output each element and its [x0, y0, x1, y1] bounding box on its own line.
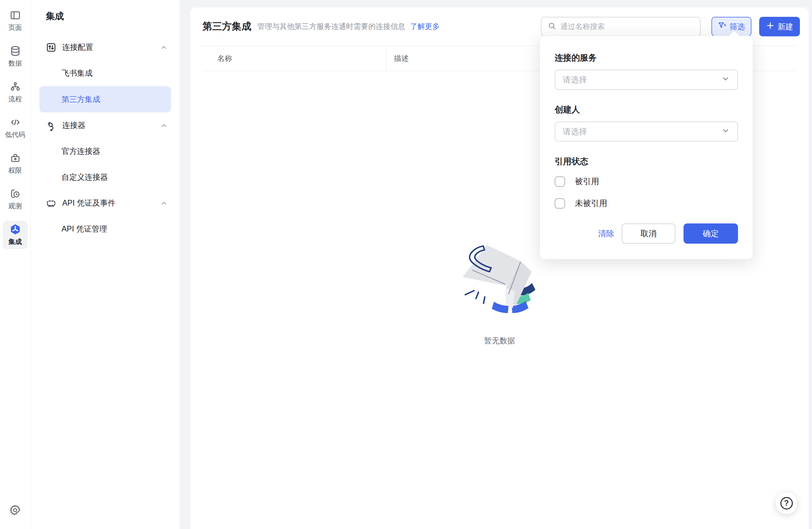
left-icon-rail: 页面 数据 流程 低代码 权限 — [0, 0, 31, 529]
sidebar-title: 集成 — [46, 10, 179, 22]
connector-plug-icon — [46, 120, 57, 131]
create-button-label: 新建 — [778, 22, 793, 32]
help-button[interactable]: ? — [775, 492, 798, 514]
sidebar-item-label: 自定义连接器 — [61, 172, 108, 182]
search-box — [541, 17, 701, 36]
integration-cube-icon — [10, 224, 21, 235]
creator-select[interactable]: 请选择 — [555, 121, 738, 142]
connection-config-icon — [46, 42, 57, 53]
sidebar-group-label: 连接配置 — [62, 42, 93, 53]
main-area: 第三方集成 管理与其他第三方服务连通时需要的连接信息 了解更多 筛选 — [179, 0, 812, 529]
chevron-up-icon[interactable] — [160, 200, 168, 207]
sidebar-item-label: API 凭证管理 — [61, 224, 107, 234]
rail-item-integration[interactable]: 集成 — [3, 221, 28, 249]
rail-item-permission[interactable]: 权限 — [3, 149, 28, 178]
popover-footer: 清除 取消 确定 — [555, 224, 738, 244]
create-button[interactable]: 新建 — [759, 17, 800, 36]
chevron-up-icon[interactable] — [160, 122, 168, 129]
learn-more-link[interactable]: 了解更多 — [410, 22, 440, 32]
observe-icon — [10, 188, 21, 199]
filter-status-label: 引用状态 — [555, 156, 738, 167]
app-root: 页面 数据 流程 低代码 权限 — [0, 0, 812, 529]
rail-item-label: 集成 — [9, 237, 22, 246]
question-icon: ? — [780, 497, 793, 510]
filter-button-label: 筛选 — [729, 22, 745, 32]
checkbox-label: 被引用 — [575, 176, 599, 187]
plus-icon — [766, 21, 775, 32]
empty-box-illustration — [459, 241, 541, 320]
sidebar-item-official-connectors[interactable]: 官方连接器 — [31, 138, 179, 164]
sidebar-group-connectors[interactable]: 连接器 — [31, 112, 179, 138]
sidebar-item-feishu-integration[interactable]: 飞书集成 — [31, 60, 179, 86]
sidebar-group-connection-config[interactable]: 连接配置 — [31, 34, 179, 60]
filter-field-label-service: 连接的服务 — [555, 52, 738, 63]
rail-item-label: 数据 — [9, 59, 22, 68]
service-select[interactable]: 请选择 — [555, 70, 738, 90]
checkbox-row-referenced[interactable]: 被引用 — [555, 176, 738, 187]
sidebar-item-custom-connectors[interactable]: 自定义连接器 — [31, 164, 179, 190]
rail-item-label: 权限 — [9, 166, 22, 175]
select-placeholder: 请选择 — [563, 74, 587, 85]
search-icon — [548, 22, 556, 32]
sidebar-item-label: 官方连接器 — [61, 146, 100, 156]
column-header-name[interactable]: 名称 — [203, 46, 386, 71]
pages-icon — [10, 10, 21, 21]
sidebar-item-third-party-integration[interactable]: 第三方集成 — [39, 86, 171, 112]
sidebar-group-api-credentials[interactable]: API 凭证及事件 — [31, 190, 179, 216]
sidebar-group-label: 连接器 — [62, 120, 85, 131]
flow-icon — [10, 81, 21, 92]
chevron-down-icon — [721, 74, 730, 85]
empty-state-text: 暂无数据 — [484, 335, 515, 346]
checkbox-referenced[interactable] — [555, 176, 565, 187]
gear-icon — [9, 512, 21, 517]
confirm-button[interactable]: 确定 — [683, 224, 738, 244]
sidebar-group-label: API 凭证及事件 — [62, 198, 115, 208]
rail-item-flow[interactable]: 流程 — [3, 78, 28, 106]
rail-item-pages[interactable]: 页面 — [3, 7, 28, 35]
rail-item-data[interactable]: 数据 — [3, 42, 28, 71]
sidebar-item-label: 飞书集成 — [61, 68, 92, 78]
clear-button[interactable]: 清除 — [598, 228, 614, 239]
checkbox-unreferenced[interactable] — [555, 198, 565, 209]
database-icon — [10, 45, 21, 57]
cancel-button[interactable]: 取消 — [622, 224, 676, 244]
rail-item-label: 观测 — [9, 202, 22, 211]
search-input[interactable] — [561, 22, 694, 31]
page-title: 第三方集成 — [203, 20, 251, 33]
lowcode-icon — [10, 117, 21, 128]
integration-sidebar: 集成 连接配置 飞书集成 第三方集成 连接器 官方连接器 — [31, 0, 179, 529]
filter-field-label-creator: 创建人 — [555, 104, 738, 115]
filter-funnel-icon — [718, 21, 727, 32]
permission-icon — [10, 153, 21, 163]
checkbox-row-unreferenced[interactable]: 未被引用 — [555, 198, 738, 209]
rail-item-label: 页面 — [9, 23, 22, 32]
sidebar-item-label: 第三方集成 — [61, 94, 100, 105]
rail-item-label: 流程 — [9, 95, 22, 104]
chip-icon — [46, 198, 57, 209]
checkbox-label: 未被引用 — [575, 198, 607, 209]
settings-button[interactable] — [9, 504, 21, 517]
sidebar-item-api-credential-management[interactable]: API 凭证管理 — [31, 216, 179, 242]
rail-item-lowcode[interactable]: 低代码 — [3, 114, 28, 142]
chevron-up-icon[interactable] — [160, 44, 168, 51]
select-placeholder: 请选择 — [563, 126, 587, 137]
page-description: 管理与其他第三方服务连通时需要的连接信息 — [257, 22, 405, 32]
filter-popover: 连接的服务 请选择 创建人 请选择 引用状态 被引用 未 — [539, 36, 753, 259]
rail-item-label: 低代码 — [5, 130, 25, 139]
rail-item-observe[interactable]: 观测 — [3, 185, 28, 213]
chevron-down-icon — [721, 126, 730, 137]
